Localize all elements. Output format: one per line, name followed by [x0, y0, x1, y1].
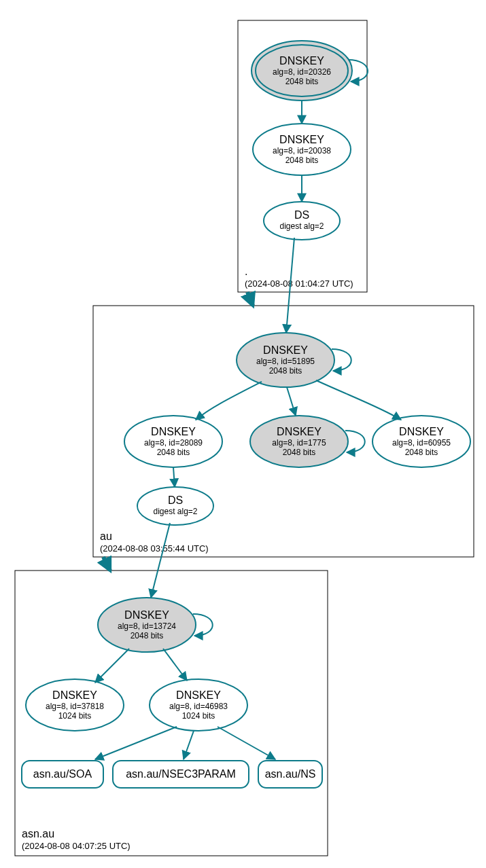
svg-text:2048 bits: 2048 bits: [131, 631, 164, 640]
svg-text:DS: DS: [294, 209, 309, 221]
svg-text:2048 bits: 2048 bits: [405, 448, 438, 457]
svg-text:asn.au/NSEC3PARAM: asn.au/NSEC3PARAM: [126, 768, 236, 780]
edge-au-ksk-k1: [196, 382, 262, 420]
svg-text:DNSKEY: DNSKEY: [279, 134, 324, 145]
svg-text:alg=8, id=28089: alg=8, id=28089: [144, 438, 203, 448]
edge-asn-ksk-k2: [163, 649, 187, 681]
svg-text:DNSKEY: DNSKEY: [263, 344, 308, 356]
edge-au-to-asn-box: [103, 557, 110, 571]
svg-text:alg=8, id=51895: alg=8, id=51895: [256, 357, 315, 366]
svg-text:2048 bits: 2048 bits: [285, 77, 319, 86]
svg-text:alg=8, id=20326: alg=8, id=20326: [273, 67, 331, 77]
node-asn-nsec: asn.au/NSEC3PARAM: [113, 761, 249, 788]
node-asn-ns: asn.au/NS: [258, 761, 322, 788]
edge-au-k1-ds: [173, 467, 175, 487]
edge-asn-k2-nsec: [184, 731, 194, 759]
svg-point-28: [137, 487, 213, 525]
svg-text:DNSKEY: DNSKEY: [151, 426, 196, 437]
svg-text:asn.au/SOA: asn.au/SOA: [33, 768, 92, 780]
svg-text:asn.au/NS: asn.au/NS: [265, 768, 316, 780]
node-asn-ksk: DNSKEY alg=8, id=13724 2048 bits: [98, 598, 196, 652]
svg-text:alg=8, id=13724: alg=8, id=13724: [118, 621, 176, 631]
edge-au-ksk-k3: [316, 380, 401, 420]
svg-text:2048 bits: 2048 bits: [283, 448, 316, 457]
svg-text:DS: DS: [168, 494, 183, 506]
svg-text:2048 bits: 2048 bits: [285, 156, 319, 165]
node-au-ksk: DNSKEY alg=8, id=51895 2048 bits: [237, 333, 334, 387]
zone-label-root: .: [245, 266, 247, 277]
node-asn-k2: DNSKEY alg=8, id=46983 1024 bits: [150, 679, 247, 731]
node-au-k2: DNSKEY alg=8, id=1775 2048 bits: [250, 416, 348, 467]
svg-text:1024 bits: 1024 bits: [58, 711, 92, 721]
svg-text:alg=8, id=20038: alg=8, id=20038: [273, 146, 331, 156]
edge-au-ds-asn-ksk: [151, 523, 170, 598]
svg-text:DNSKEY: DNSKEY: [277, 426, 322, 437]
node-au-k1: DNSKEY alg=8, id=28089 2048 bits: [124, 416, 222, 467]
svg-text:alg=8, id=1775: alg=8, id=1775: [272, 438, 326, 448]
edge-asn-k2-soa: [95, 727, 177, 759]
svg-text:DNSKEY: DNSKEY: [399, 426, 444, 437]
svg-text:digest alg=2: digest alg=2: [279, 221, 324, 231]
node-au-k3: DNSKEY alg=8, id=60955 2048 bits: [372, 416, 470, 467]
zone-label-asn: asn.au: [22, 828, 54, 839]
svg-text:DNSKEY: DNSKEY: [52, 689, 97, 701]
edge-asn-k2-ns: [218, 727, 275, 759]
svg-text:DNSKEY: DNSKEY: [124, 609, 169, 621]
zone-label-au: au: [100, 530, 112, 542]
svg-text:alg=8, id=37818: alg=8, id=37818: [46, 702, 104, 711]
node-asn-soa: asn.au/SOA: [22, 761, 103, 788]
node-au-ds: DS digest alg=2: [137, 487, 213, 525]
svg-text:DNSKEY: DNSKEY: [279, 55, 324, 67]
svg-point-9: [264, 202, 340, 240]
svg-text:1024 bits: 1024 bits: [182, 711, 215, 721]
svg-text:alg=8, id=46983: alg=8, id=46983: [169, 702, 228, 711]
edge-au-ksk-k2: [287, 387, 296, 416]
node-root-ksk: DNSKEY alg=8, id=20326 2048 bits: [251, 41, 352, 101]
node-root-ds: DS digest alg=2: [264, 202, 340, 240]
svg-text:digest alg=2: digest alg=2: [153, 507, 197, 516]
node-root-zsk: DNSKEY alg=8, id=20038 2048 bits: [253, 124, 351, 175]
zone-date-root: (2024-08-08 01:04:27 UTC): [245, 278, 353, 289]
svg-text:alg=8, id=60955: alg=8, id=60955: [392, 438, 451, 448]
edge-asn-ksk-k1: [95, 649, 129, 683]
zone-date-au: (2024-08-08 03:55:44 UTC): [100, 543, 209, 554]
edge-root-to-au-box: [247, 292, 253, 306]
svg-text:2048 bits: 2048 bits: [269, 366, 302, 376]
svg-text:2048 bits: 2048 bits: [157, 448, 190, 457]
zone-date-asn: (2024-08-08 04:07:25 UTC): [22, 841, 131, 851]
node-asn-k1: DNSKEY alg=8, id=37818 1024 bits: [26, 679, 124, 731]
svg-text:DNSKEY: DNSKEY: [176, 689, 221, 701]
